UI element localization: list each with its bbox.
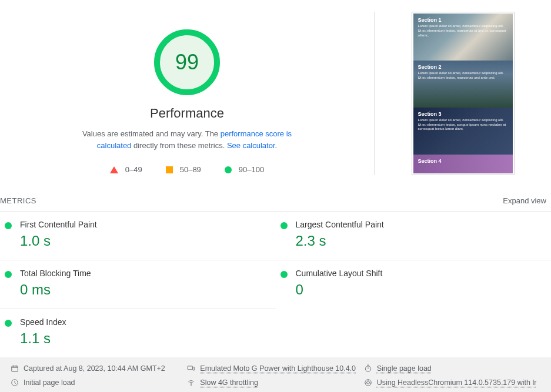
footer-text: Slow 4G throttling	[200, 378, 258, 387]
preview-section-title: Section 1	[418, 17, 508, 23]
metric-fcp[interactable]: First Contentful Paint 1.0 s	[0, 211, 276, 260]
status-dot-icon	[280, 222, 288, 229]
chrome-icon	[364, 378, 372, 387]
status-dot-icon	[5, 320, 12, 327]
svg-point-8	[191, 385, 192, 386]
environment-footer: Captured at Aug 8, 2023, 10:44 AM GMT+2 …	[0, 357, 551, 392]
svg-rect-5	[193, 367, 195, 370]
metric-label: Largest Contentful Paint	[296, 220, 384, 229]
desc-text-2: directly from these metrics.	[131, 141, 227, 150]
triangle-icon	[110, 166, 118, 173]
metric-label: Speed Index	[20, 317, 66, 327]
wifi-icon	[187, 378, 195, 387]
preview-section: Section 3 Lorem ipsum dolor sit amet, co…	[413, 108, 513, 155]
metric-value: 0	[296, 282, 383, 298]
devices-icon	[187, 364, 195, 373]
performance-score: 99	[175, 50, 199, 75]
svg-point-10	[366, 381, 369, 384]
calculator-link[interactable]: See calculator	[227, 141, 275, 150]
footer-text: Emulated Moto G Power with Lighthouse 10…	[200, 364, 356, 373]
calendar-icon	[11, 364, 19, 373]
svg-point-6	[365, 366, 370, 371]
desc-period: .	[275, 141, 278, 150]
metric-cls[interactable]: Cumulative Layout Shift 0	[276, 260, 552, 309]
metric-value: 2.3 s	[296, 233, 384, 249]
timer-icon	[364, 364, 372, 373]
browser-version[interactable]: Using HeadlessChromium 114.0.5735.179 wi…	[364, 378, 540, 387]
preview-section: Section 4	[413, 155, 513, 173]
metric-label: Cumulative Layout Shift	[296, 269, 383, 278]
preview-section-title: Section 2	[418, 64, 508, 70]
performance-title: Performance	[150, 106, 224, 121]
footer-text: Captured at Aug 8, 2023, 10:44 AM GMT+2	[24, 364, 165, 373]
metric-label: First Contentful Paint	[20, 220, 97, 229]
screenshot-preview-panel: Section 1 Lorem ipsum dolor sit amet, co…	[375, 12, 551, 175]
metric-value: 1.1 s	[20, 330, 66, 347]
metric-si[interactable]: Speed Index 1.1 s	[0, 309, 276, 357]
expand-view-toggle[interactable]: Expand view	[503, 196, 546, 205]
status-dot-icon	[5, 222, 12, 229]
score-legend: 0–49 50–89 90–100	[110, 165, 264, 174]
status-dot-icon	[5, 271, 12, 278]
performance-gauge: 99	[154, 29, 220, 95]
desc-text: Values are estimated and may vary. The	[82, 129, 221, 138]
page-screenshot: Section 1 Lorem ipsum dolor sit amet, co…	[412, 12, 515, 175]
metric-tbt[interactable]: Total Blocking Time 0 ms	[0, 260, 276, 309]
footer-text: Single page load	[377, 364, 432, 373]
initial-page-load: Initial page load	[11, 378, 187, 387]
preview-section: Section 2 Lorem ipsum dolor sit amet, co…	[413, 61, 513, 108]
metric-label: Total Blocking Time	[20, 269, 91, 278]
footer-text: Initial page load	[24, 378, 75, 387]
performance-description: Values are estimated and may vary. The p…	[69, 128, 305, 151]
metrics-grid: First Contentful Paint 1.0 s Largest Con…	[0, 211, 551, 357]
preview-section-text: Lorem ipsum dolor sit amet, consectetur …	[418, 118, 508, 132]
metric-value: 1.0 s	[20, 233, 97, 249]
svg-rect-4	[188, 366, 192, 370]
device-emulation[interactable]: Emulated Moto G Power with Lighthouse 10…	[187, 364, 363, 373]
preview-section-title: Section 4	[418, 158, 508, 164]
preview-section: Section 1 Lorem ipsum dolor sit amet, co…	[413, 14, 513, 61]
page-load-type[interactable]: Single page load	[364, 364, 540, 373]
legend-average: 50–89	[166, 165, 201, 174]
circle-icon	[225, 166, 232, 173]
performance-gauge-panel: 99 Performance Values are estimated and …	[0, 12, 375, 175]
square-icon	[166, 166, 173, 173]
metric-lcp[interactable]: Largest Contentful Paint 2.3 s	[276, 211, 552, 260]
metric-value: 0 ms	[20, 282, 91, 298]
preview-section-text: Lorem ipsum dolor sit amet, consectetur …	[418, 71, 508, 81]
legend-pass: 90–100	[225, 165, 264, 174]
metrics-heading: METRICS	[0, 196, 36, 205]
legend-fail: 0–49	[110, 165, 142, 174]
captured-time: Captured at Aug 8, 2023, 10:44 AM GMT+2	[11, 364, 187, 373]
preview-section-text: Lorem ipsum dolor sit amet, consectetur …	[418, 24, 508, 38]
legend-fail-range: 0–49	[125, 165, 142, 174]
network-throttling[interactable]: Slow 4G throttling	[187, 378, 363, 387]
svg-rect-3	[12, 366, 18, 371]
clock-icon	[11, 378, 19, 387]
status-dot-icon	[280, 271, 288, 278]
legend-pass-range: 90–100	[239, 165, 264, 174]
footer-text: Using HeadlessChromium 114.0.5735.179 wi…	[377, 378, 537, 387]
legend-avg-range: 50–89	[180, 165, 201, 174]
preview-section-title: Section 3	[418, 111, 508, 117]
